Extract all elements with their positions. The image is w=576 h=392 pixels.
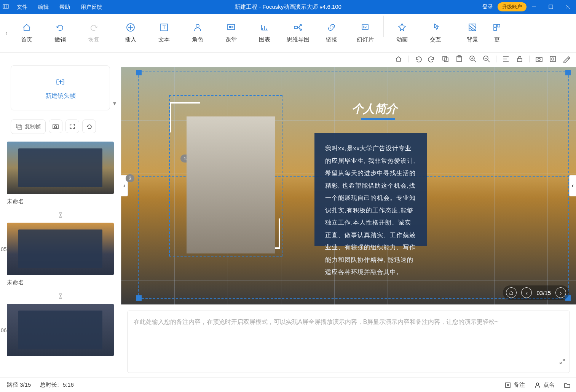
window-controls — [526, 0, 576, 14]
class-button[interactable]: 课堂 — [214, 16, 248, 51]
more-button[interactable]: 更 — [489, 16, 504, 51]
scan-action-icon[interactable] — [65, 120, 79, 133]
svg-rect-30 — [506, 383, 510, 387]
thumbnail-item[interactable] — [7, 304, 114, 356]
svg-rect-21 — [517, 59, 522, 62]
menu-bar: 文件 编辑 帮助 用户反馈 — [11, 0, 107, 14]
home-icon[interactable] — [394, 55, 403, 63]
zoom-in-icon[interactable] — [469, 55, 477, 63]
svg-rect-13 — [497, 24, 500, 27]
path-indicator: 路径 3/15 — [7, 381, 31, 389]
undo-button[interactable]: 撤销 — [43, 16, 77, 51]
notes-toggle-button[interactable]: 备注 — [504, 381, 525, 389]
new-frame-dropdown[interactable]: ▾ — [113, 100, 116, 107]
app-logo-icon — [0, 3, 11, 10]
new-frame-button[interactable]: ┌ ┐ └ ┘ + 新建镜头帧 — [11, 65, 110, 110]
toolbar-scroll-left[interactable]: ‹ — [3, 30, 10, 37]
undo-action-icon[interactable] — [82, 120, 96, 133]
hourglass-icon — [7, 212, 114, 218]
edit-icon[interactable] — [562, 55, 571, 63]
minimize-button[interactable] — [526, 0, 542, 14]
svg-rect-27 — [18, 126, 22, 129]
svg-point-25 — [552, 58, 554, 60]
new-frame-label: 新建镜头帧 — [45, 92, 76, 100]
window-title: 新建工程 - Focusky动画演示大师 v4.6.100 — [235, 3, 341, 11]
rotate-right-icon[interactable] — [428, 55, 436, 63]
slide-button[interactable]: 幻灯片 — [348, 16, 382, 51]
copy-icon[interactable] — [441, 55, 450, 63]
home-button[interactable]: 首页 — [10, 16, 43, 51]
svg-rect-1 — [549, 5, 553, 9]
menu-feedback[interactable]: 用户反馈 — [75, 0, 107, 14]
folder-icon[interactable] — [564, 382, 571, 389]
naming-button[interactable]: 点名 — [534, 381, 555, 389]
menu-file[interactable]: 文件 — [11, 0, 33, 14]
lock-icon[interactable] — [515, 55, 524, 63]
upgrade-button[interactable]: 升级账户 — [498, 2, 527, 11]
svg-point-31 — [536, 383, 539, 385]
mindmap-button[interactable]: 思维导图 — [281, 16, 315, 51]
statusbar: 路径 3/15 总时长: 5:16 备注 点名 — [0, 378, 576, 392]
svg-point-6 — [229, 26, 231, 28]
nav-position: 03/15 — [536, 290, 551, 296]
slide-nav: ‹ 03/15 › — [503, 285, 569, 300]
character-button[interactable]: 角色 — [181, 16, 214, 51]
insert-button[interactable]: 插入 — [114, 16, 147, 51]
nav-next-icon[interactable]: › — [555, 287, 566, 298]
screenshot-icon[interactable] — [549, 55, 557, 63]
canvas[interactable]: ‹ ‹ 14 3 个人简介 我叫xx,是xx大学广告设计专业的应届毕业生, 我非… — [121, 67, 576, 304]
login-link[interactable]: 登录 — [482, 3, 493, 10]
content-text-card[interactable]: 我叫xx,是xx大学广告设计专业的应届毕业生, 我非常热爱设计,希望从每天的进步… — [314, 133, 427, 246]
expand-right-handle[interactable]: ‹ — [569, 175, 576, 196]
menu-help[interactable]: 帮助 — [54, 0, 75, 14]
photo-placeholder[interactable] — [187, 116, 275, 253]
background-button[interactable]: 背景 — [456, 16, 489, 51]
menu-edit[interactable]: 编辑 — [33, 0, 54, 14]
svg-rect-7 — [294, 26, 297, 29]
animation-button[interactable]: 动画 — [385, 16, 419, 51]
svg-rect-12 — [494, 24, 496, 27]
content-title[interactable]: 个人简介 — [352, 101, 397, 117]
main-toolbar: ‹ 首页 撤销 恢复 插入 文本 角色 课堂 图表 思维导图 链接 幻灯片 动画… — [0, 14, 576, 53]
align-icon[interactable] — [502, 55, 510, 63]
text-button[interactable]: 文本 — [147, 16, 181, 51]
chart-button[interactable]: 图表 — [248, 16, 281, 51]
thumbnail-list: 未命名 05 未命名 06 — [0, 139, 121, 366]
expand-icon[interactable] — [559, 357, 566, 369]
svg-rect-14 — [494, 28, 496, 30]
svg-rect-24 — [550, 56, 555, 62]
maximize-button[interactable] — [542, 0, 559, 14]
sidebar-actions: 复制帧 — [0, 115, 121, 139]
toolbar-separator — [454, 16, 454, 37]
zoom-out-icon[interactable] — [482, 55, 491, 63]
link-button[interactable]: 链接 — [315, 16, 348, 51]
thumbnail-item[interactable]: 未命名 — [7, 142, 114, 205]
svg-point-29 — [54, 126, 57, 128]
toolbar-separator — [383, 16, 384, 37]
hourglass-icon — [7, 293, 114, 299]
nav-prev-icon[interactable]: ‹ — [521, 287, 532, 298]
redo-button[interactable]: 恢复 — [77, 16, 110, 51]
thumbnail-number: 06 — [1, 327, 7, 333]
titlebar: 文件 编辑 帮助 用户反馈 新建工程 - Focusky动画演示大师 v4.6.… — [0, 0, 576, 14]
canvas-toolbar — [394, 55, 571, 63]
camera-action-icon[interactable] — [49, 120, 62, 133]
close-button[interactable] — [559, 0, 576, 14]
svg-point-23 — [538, 58, 540, 61]
svg-rect-26 — [16, 124, 20, 128]
interact-button[interactable]: 交互 — [419, 16, 452, 51]
svg-rect-0 — [3, 5, 8, 8]
paste-icon[interactable] — [455, 55, 463, 63]
sidebar: ┌ ┐ └ ┘ + 新建镜头帧 ▾ 复制帧 未命名 05 — [0, 53, 121, 378]
svg-rect-5 — [228, 24, 235, 30]
copy-frame-button[interactable]: 复制帧 — [11, 120, 46, 134]
svg-point-4 — [196, 24, 199, 27]
rotate-left-icon[interactable] — [414, 55, 422, 63]
svg-rect-15 — [443, 56, 447, 60]
toolbar-separator — [112, 16, 112, 37]
thumbnail-item[interactable]: 未命名 — [7, 223, 114, 286]
nav-home-icon[interactable] — [506, 287, 517, 298]
duration-label: 总时长: 5:16 — [40, 381, 74, 389]
camera-icon[interactable] — [535, 55, 543, 63]
notes-field[interactable]: 在此处输入您的备注内容，在预览时开启双屏模式，可以实现A屏全屏播放演示内容，B屏… — [127, 311, 570, 373]
